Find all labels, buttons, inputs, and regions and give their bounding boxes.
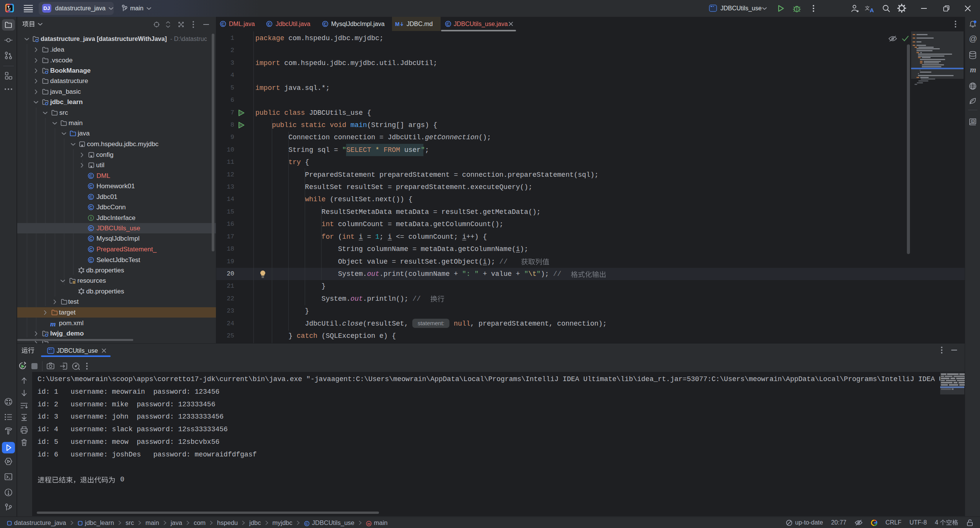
- svg-text:m: m: [367, 521, 370, 525]
- svg-text:C: C: [89, 184, 92, 188]
- svg-text:C: C: [221, 22, 224, 26]
- svg-text:C: C: [89, 194, 92, 199]
- svg-text:I: I: [90, 215, 91, 220]
- svg-text:C: C: [89, 247, 92, 251]
- svg-text:C: C: [89, 236, 92, 241]
- svg-text:C: C: [89, 205, 92, 209]
- svg-text:C: C: [323, 22, 327, 26]
- svg-text:A: A: [870, 7, 874, 13]
- svg-text:C: C: [89, 226, 92, 230]
- svg-text:C: C: [446, 22, 449, 26]
- svg-text:C: C: [89, 173, 92, 178]
- svg-text:M: M: [395, 21, 400, 27]
- svg-text:C: C: [305, 521, 308, 526]
- svg-text:C: C: [89, 257, 92, 262]
- svg-text:A: A: [972, 120, 974, 123]
- svg-text:C: C: [268, 22, 271, 26]
